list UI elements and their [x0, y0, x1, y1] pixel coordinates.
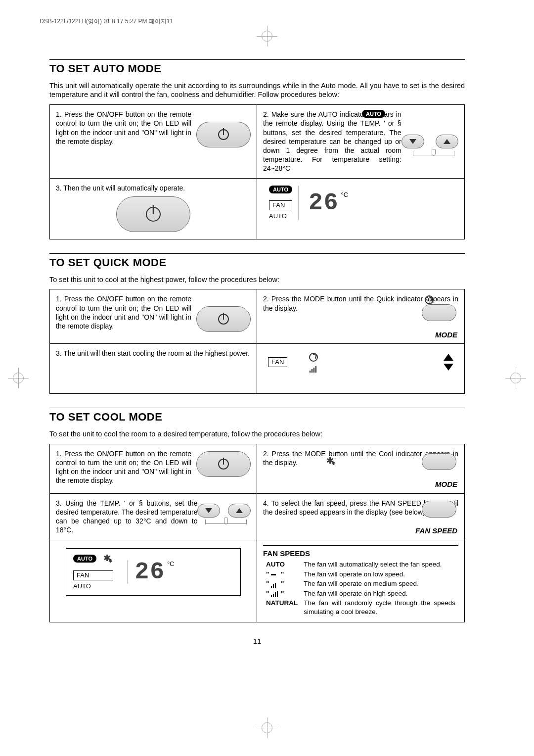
auto-pill-display: AUTO: [269, 186, 292, 193]
section-auto: TO SET AUTO MODE This unit will automati…: [49, 59, 465, 239]
quick-step1-text: 1. Press the ON/OFF button on the remote…: [56, 295, 191, 330]
cool-indicator-icon: [326, 456, 336, 466]
registration-mark-left: [8, 368, 29, 388]
temp-readout: 26: [134, 559, 165, 585]
auto-label-display: AUTO: [73, 582, 113, 591]
cool-display: AUTO FAN AUTO 26 °C: [50, 540, 257, 622]
fs-med-desc: The fan will operate on medium speed.: [301, 579, 458, 589]
temp-up-icon: [228, 504, 251, 518]
arrow-stack: [444, 354, 453, 371]
temp-unit: °C: [341, 191, 348, 198]
page-number: 11: [49, 636, 465, 646]
temp-up-icon: [436, 135, 458, 148]
mode-label: MODE: [435, 479, 457, 489]
fanspeeds-title: FAN SPEEDS: [263, 545, 458, 559]
auto-step2: 2. Make sure the AUTO indicator appears …: [257, 105, 464, 178]
cool-indicator-icon: [103, 554, 113, 564]
fs-natural-label: NATURAL: [263, 599, 301, 617]
print-header: DSB-122L/122LH(영어) 01.8.17 5:27 PM 페이지11: [40, 18, 173, 26]
intro-quick: To set this unit to cool at the highest …: [49, 275, 465, 284]
fan-box-display: FAN: [73, 570, 113, 580]
auto-label-display: AUTO: [269, 212, 292, 221]
cool-step4: 4. To select the fan speed, press the FA…: [257, 494, 464, 540]
power-button-icon: [196, 122, 251, 147]
fs-med-label: " ": [263, 579, 301, 589]
page-content: TO SET AUTO MODE This unit will automati…: [49, 59, 465, 646]
fan-box-display: FAN: [268, 357, 287, 367]
power-button-icon: [196, 451, 251, 477]
registration-mark-right: [505, 368, 526, 388]
section-cool: TO SET COOL MODE To set the unit to cool…: [49, 408, 465, 622]
quick-display: FAN: [257, 344, 464, 393]
auto-step3-text: 3. Then the unit will automatically oper…: [56, 184, 185, 192]
quick-step1: 1. Press the ON/OFF button on the remote…: [50, 289, 257, 344]
fs-high-desc: The fan will operate on high speed.: [301, 589, 458, 599]
cool-step3: 3. Using the TEMP. ' or § buttons, set t…: [50, 494, 257, 540]
intro-auto: This unit will automatically operate the…: [49, 81, 465, 100]
power-button-icon-large: [116, 196, 190, 232]
auto-step1-text: 1. Press the ON/OFF button on the remote…: [56, 110, 191, 145]
section-title-cool: TO SET COOL MODE: [49, 410, 465, 425]
temp-readout: 26: [309, 189, 339, 216]
fs-low-desc: The fan will operate on low speed.: [301, 570, 458, 580]
auto-display: AUTO FAN AUTO 26 °C: [257, 179, 464, 239]
cool-step2: 2. Press the MODE button until the Cool …: [257, 444, 464, 494]
fan-box-display: FAN: [269, 200, 292, 210]
down-arrow-icon: [444, 364, 453, 371]
fs-natural-desc: The fan will randomly cycle through the …: [301, 599, 458, 617]
temp-scale-icon: [201, 518, 251, 527]
intro-cool: To set the unit to cool the room to a de…: [49, 429, 465, 439]
fanspeed-label: FAN SPEED: [415, 526, 457, 536]
fan-speeds-table: FAN SPEEDS AUTO The fan will automatical…: [257, 540, 464, 622]
section-quick: TO SET QUICK MODE To set this unit to co…: [49, 253, 465, 394]
auto-pill-display: AUTO: [73, 555, 96, 563]
cool-step3-text: 3. Using the TEMP. ' or § buttons, set t…: [56, 499, 197, 534]
mode-button-icon: [422, 304, 456, 321]
temp-unit: °C: [167, 560, 175, 567]
fs-auto-label: AUTO: [263, 560, 301, 570]
quick-step3-text: 3. The unit will then start cooling the …: [56, 349, 250, 357]
mode-label: MODE: [435, 330, 457, 340]
section-title-quick: TO SET QUICK MODE: [49, 256, 465, 270]
temp-scale-icon: [409, 149, 458, 159]
auto-step2-text: 2. Make sure the AUTO indicator appears …: [263, 110, 401, 172]
auto-step1: 1. Press the ON/OFF button on the remote…: [50, 105, 257, 178]
quick-step2: 2. Press the MODE button until the Quick…: [257, 289, 464, 344]
section-title-auto: TO SET AUTO MODE: [49, 62, 465, 76]
fs-high-label: " ": [263, 589, 301, 599]
fs-low-label: " ": [263, 570, 301, 580]
auto-indicator-pill: AUTO: [362, 110, 385, 118]
quick-indicator-icon: [308, 352, 319, 363]
up-arrow-icon: [444, 354, 453, 361]
registration-mark-bottom: [257, 717, 277, 738]
temp-down-icon: [401, 135, 424, 148]
power-button-icon: [196, 306, 251, 332]
registration-mark-top: [257, 26, 277, 47]
fanspeed-button-icon: [422, 501, 456, 518]
cool-step1: 1. Press the ON/OFF button on the remote…: [50, 444, 257, 494]
quick-step3: 3. The unit will then start cooling the …: [50, 344, 257, 393]
auto-step3: 3. Then the unit will automatically oper…: [50, 179, 257, 239]
fs-auto-desc: The fan will automatically select the fa…: [301, 560, 458, 570]
mode-button-icon: [422, 453, 456, 470]
temp-down-icon: [197, 504, 220, 518]
quick-indicator-icon: [424, 294, 435, 305]
cool-step1-text: 1. Press the ON/OFF button on the remote…: [56, 450, 191, 485]
fan-bars-icon: [310, 366, 317, 373]
